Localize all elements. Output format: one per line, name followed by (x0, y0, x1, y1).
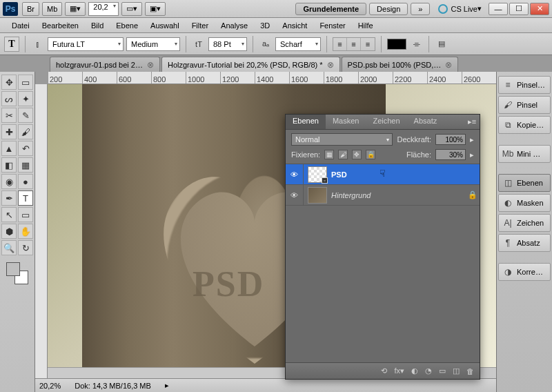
dock-masken[interactable]: ◐Masken (498, 194, 551, 212)
status-zoom[interactable]: 20,2% (39, 382, 61, 390)
layers-panel[interactable]: Ebenen Masken Zeichen Absatz ▸≡ Normal D… (285, 114, 480, 380)
layer-name[interactable]: Hintergrund (331, 191, 466, 199)
pen-tool[interactable]: ✒ (1, 190, 17, 206)
rotate-view-tool[interactable]: ↻ (18, 240, 33, 255)
menu-bild[interactable]: Bild (85, 21, 110, 30)
history-brush-tool[interactable]: ↶ (18, 141, 33, 156)
menu-ebene[interactable]: Ebene (110, 21, 144, 30)
font-family-select[interactable]: Futura LT (48, 37, 124, 51)
close-button[interactable]: ✕ (530, 3, 549, 15)
layer-row-hintergrund[interactable]: 👁 Hintergrund 🔒 (286, 185, 480, 206)
workspace-design[interactable]: Design (369, 3, 408, 15)
lock-pixels-icon[interactable]: 🖌 (338, 150, 348, 159)
dock-zeichen[interactable]: A|Zeichen (498, 214, 551, 232)
menu-filter[interactable]: Filter (186, 21, 215, 30)
menu-hilfe[interactable]: Hilfe (352, 21, 379, 30)
dock-pinsel[interactable]: 🖌Pinsel (498, 96, 551, 114)
minibridge-button[interactable]: Mb (42, 2, 62, 16)
brush-tool[interactable]: 🖌 (18, 124, 33, 139)
menu-ansicht[interactable]: Ansicht (276, 21, 313, 30)
layer-name[interactable]: PSD (331, 170, 480, 179)
lock-transparency-icon[interactable]: ▦ (324, 150, 334, 159)
doc-tab-2[interactable]: Holzgravur-Tutorial bei 20,2% (PSD, RGB/… (161, 57, 340, 72)
crop-tool[interactable]: ✂ (1, 108, 17, 123)
align-left-button[interactable]: ≡ (333, 38, 347, 50)
layer-thumbnail[interactable] (308, 187, 327, 204)
dock-adjustments[interactable]: ◑Korre… (498, 263, 551, 281)
3d-tool[interactable]: ⬢ (1, 224, 17, 239)
zoom-tool[interactable]: 🔍 (1, 240, 17, 255)
panel-tab-ebenen[interactable]: Ebenen (286, 115, 326, 129)
panel-menu-icon[interactable]: ▸≡ (464, 115, 480, 129)
maximize-button[interactable]: ☐ (509, 3, 529, 15)
panel-tab-zeichen[interactable]: Zeichen (366, 115, 406, 129)
opacity-arrow-icon[interactable]: ▸ (470, 135, 474, 144)
dodge-tool[interactable]: ● (18, 174, 33, 189)
eyedropper-tool[interactable]: ✎ (18, 108, 33, 123)
view-extras-button[interactable]: ▦▾ (65, 2, 86, 16)
blur-tool[interactable]: ◉ (1, 174, 17, 189)
new-group-icon[interactable]: ▭ (439, 366, 446, 375)
dock-kopie[interactable]: ⧉Kopie… (498, 116, 551, 134)
warp-text-icon[interactable]: ⌯ (409, 37, 423, 51)
menu-auswahl[interactable]: Auswahl (144, 21, 186, 30)
ruler-vertical[interactable] (35, 84, 48, 378)
screenmode-button[interactable]: ▣▾ (145, 2, 166, 16)
hand-tool[interactable]: ✋ (18, 224, 33, 239)
arrange-button[interactable]: ▭▾ (121, 2, 142, 16)
dock-absatz[interactable]: ¶Absatz (498, 234, 551, 252)
doc-tab-2-close[interactable]: ⊗ (327, 60, 334, 70)
path-select-tool[interactable]: ↖ (1, 207, 17, 222)
visibility-icon[interactable]: 👁 (286, 164, 304, 184)
workspace-grundelemente[interactable]: Grundelemente (295, 3, 366, 15)
layer-row-psd[interactable]: 👁 ▫ PSD (286, 164, 480, 185)
antialias-select[interactable]: Scharf (275, 37, 321, 51)
link-layers-icon[interactable]: ⟲ (381, 366, 387, 375)
foreground-color-swatch[interactable] (6, 262, 20, 276)
visibility-icon[interactable]: 👁 (286, 185, 304, 205)
dock-minibridge[interactable]: MbMini … (498, 145, 551, 163)
panel-tab-absatz[interactable]: Absatz (407, 115, 444, 129)
workspace-more[interactable]: » (411, 3, 430, 15)
lock-position-icon[interactable]: ✥ (352, 150, 362, 159)
bridge-button[interactable]: Br (22, 2, 39, 16)
align-right-button[interactable]: ≡ (361, 38, 375, 50)
dock-ebenen[interactable]: ◫Ebenen (498, 174, 551, 192)
minimize-button[interactable]: — (489, 3, 508, 15)
doc-tab-3-close[interactable]: ⊗ (445, 60, 452, 70)
shape-tool[interactable]: ▭ (18, 207, 33, 222)
eraser-tool[interactable]: ◧ (1, 157, 17, 173)
marquee-tool[interactable]: ▭ (18, 75, 33, 90)
menu-analyse[interactable]: Analyse (215, 21, 254, 30)
text-orientation-icon[interactable]: ⫿ (31, 37, 45, 51)
doc-tab-3[interactable]: PSD.psb bei 100% (PSD,…⊗ (342, 57, 459, 72)
cslive-button[interactable]: CS Live ▾ (438, 4, 482, 14)
magic-wand-tool[interactable]: ✦ (18, 91, 33, 106)
menu-fenster[interactable]: Fenster (313, 21, 351, 30)
color-swatches[interactable] (6, 262, 28, 284)
active-tool-icon[interactable]: T (4, 37, 19, 52)
menu-3d[interactable]: 3D (254, 21, 276, 30)
layer-effects-icon[interactable]: fx▾ (394, 366, 404, 375)
ruler-horizontal[interactable]: 2004006008001000120014001600180020002200… (48, 72, 496, 84)
blend-mode-select[interactable]: Normal (291, 133, 393, 146)
panel-tab-masken[interactable]: Masken (326, 115, 366, 129)
stamp-tool[interactable]: ▲ (1, 141, 17, 156)
status-arrow-icon[interactable]: ▸ (165, 381, 169, 390)
font-size-select[interactable]: 88 Pt (208, 37, 247, 51)
layer-thumbnail[interactable]: ▫ (308, 166, 327, 183)
type-tool[interactable]: T (18, 190, 33, 206)
menu-datei[interactable]: Datei (6, 21, 36, 30)
font-weight-select[interactable]: Medium (126, 37, 180, 51)
healing-tool[interactable]: ✚ (1, 124, 17, 139)
text-color-swatch[interactable] (387, 39, 406, 50)
dock-pinsel-presets[interactable]: ≡Pinsel… (498, 76, 551, 94)
lasso-tool[interactable]: ᔕ (1, 91, 17, 106)
opacity-input[interactable] (435, 134, 466, 145)
fill-input[interactable] (435, 149, 466, 160)
gradient-tool[interactable]: ▦ (18, 157, 33, 173)
align-center-button[interactable]: ≡ (347, 38, 361, 50)
menu-bearbeiten[interactable]: Bearbeiten (36, 21, 85, 30)
status-doc[interactable]: Dok: 14,3 MB/16,3 MB (75, 382, 151, 390)
lock-all-icon[interactable]: 🔒 (366, 150, 375, 159)
